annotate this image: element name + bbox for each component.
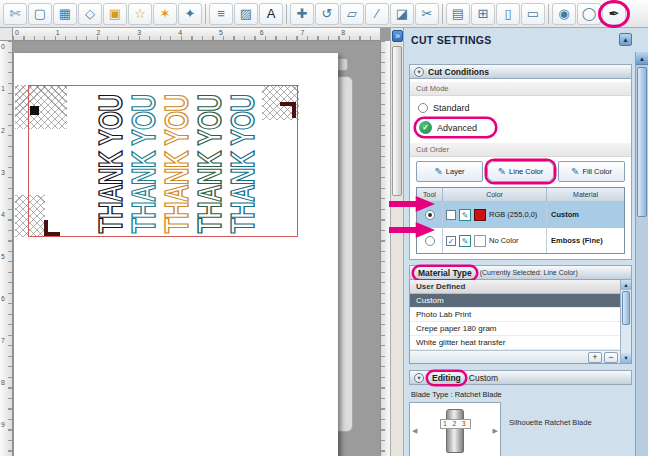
material-item-selected[interactable]: Custom <box>410 294 620 308</box>
scrollbar-thumb[interactable] <box>622 291 630 325</box>
standard-radio[interactable] <box>418 103 428 113</box>
carousel-left-icon[interactable]: ◀ <box>412 427 417 435</box>
ruler-number: 1 <box>0 83 12 125</box>
ruler-number: 4 <box>176 28 217 40</box>
scissors-tool-icon[interactable]: ✂ <box>415 3 439 25</box>
advanced-option[interactable]: ✓ Advanced <box>416 119 495 136</box>
cut-checkbox[interactable]: ✓ <box>446 236 456 246</box>
design-page[interactable]: THANK YOU THANK YOU THANK YOU THANK YOU … <box>14 53 338 456</box>
material-list-footer: + − <box>410 350 620 363</box>
wand-tool-icon[interactable]: ✦ <box>178 3 202 25</box>
phone-sync-icon[interactable]: ▯ <box>496 3 520 25</box>
panel-header: CUT SETTINGS ▲ <box>409 28 632 48</box>
ruler-number: 4 <box>0 209 12 251</box>
thank-you-text: THANK YOU <box>192 95 226 234</box>
pixscan-panel-icon[interactable]: ⊞ <box>471 3 495 25</box>
eraser-tool-icon[interactable]: ◪ <box>390 3 414 25</box>
scroll-up-icon[interactable]: ▲ <box>636 52 648 65</box>
cut-checkbox[interactable] <box>446 210 456 220</box>
text-tool-icon[interactable]: A <box>259 3 283 25</box>
scroll-down-icon[interactable]: ▼ <box>621 353 631 363</box>
advanced-label: Advanced <box>437 123 477 133</box>
rectangle-tool-icon[interactable]: ▢ <box>28 3 52 25</box>
cut-conditions-body: Cut Mode Standard ✓ Advanced Cut Order ✎… <box>409 79 632 260</box>
transform-tool-icon[interactable]: ▱ <box>340 3 364 25</box>
offset-panel-icon[interactable]: ◯ <box>577 3 601 25</box>
line-style-icon[interactable]: ≡ <box>209 3 233 25</box>
material-type-suffix: (Currently Selected: Line Color) <box>480 269 578 276</box>
color-swatch <box>474 235 486 247</box>
ruler-number: 6 <box>258 28 299 40</box>
main-area: 0 1 2 3 4 5 6 7 8 0 1 2 3 4 5 6 7 8 9 <box>0 28 648 456</box>
fill-pattern-icon[interactable]: ▨ <box>234 3 258 25</box>
notes-panel-icon[interactable]: ▤ <box>446 3 470 25</box>
color-label: No Color <box>489 236 519 245</box>
tablet-sync-icon[interactable]: ▭ <box>521 3 545 25</box>
starburst-tool-icon[interactable]: ✶ <box>153 3 177 25</box>
material-item-group[interactable]: User Defined <box>410 280 620 294</box>
cut-settings-icon[interactable]: ✒ <box>602 3 626 25</box>
panel-expand-button[interactable]: » <box>392 30 403 42</box>
material-type-header: Material Type (Currently Selected: Line … <box>409 265 632 280</box>
thank-you-column: THANK YOU <box>226 90 259 238</box>
polygon-tool-icon[interactable]: ◇ <box>78 3 102 25</box>
line-tool-icon[interactable]: ∕ <box>365 3 389 25</box>
advanced-radio-checked-icon[interactable]: ✓ <box>419 121 432 134</box>
line-color-tab[interactable]: ✎ Line Color <box>487 161 554 182</box>
editing-label: Editing <box>428 372 465 384</box>
material-list-scrollbar[interactable]: ▲ ▼ <box>620 280 631 363</box>
layer-tab[interactable]: ✎ Layer <box>416 161 483 182</box>
thank-you-text: THANK YOU <box>93 95 127 234</box>
cut-order-tabs: ✎ Layer ✎ Line Color ✎ Fill Color <box>416 161 625 182</box>
table-header: Tool Color Material <box>417 188 624 201</box>
stamp-tool-icon[interactable]: ▣ <box>103 3 127 25</box>
cut-order-table: Tool Color Material ✎ RGB (255,0,0) Cust… <box>416 187 625 254</box>
panel-collapse-button[interactable]: ▲ <box>619 33 632 46</box>
ruler-number: 7 <box>298 28 339 40</box>
star-tool-icon[interactable]: ☆ <box>128 3 152 25</box>
ruler-number: 5 <box>0 251 12 293</box>
scroll-up-icon[interactable]: ▲ <box>621 280 631 290</box>
cut-order-label: Cut Order <box>410 143 631 157</box>
collapse-section-icon[interactable]: ▼ <box>414 67 424 77</box>
remove-material-button[interactable]: − <box>604 352 618 363</box>
canvas-scrollbar[interactable]: » <box>390 28 404 456</box>
thank-you-design[interactable]: THANK YOU THANK YOU THANK YOU THANK YOU … <box>93 90 259 238</box>
add-material-button[interactable]: + <box>588 352 602 363</box>
toolbar-separator <box>442 4 443 24</box>
scrollbar-thumb[interactable] <box>392 46 402 196</box>
editing-header[interactable]: ▼ Editing Custom <box>409 370 632 385</box>
cut-conditions-header[interactable]: ▼ Cut Conditions <box>409 64 632 79</box>
canvas-area[interactable]: 0 1 2 3 4 5 6 7 8 0 1 2 3 4 5 6 7 8 9 <box>0 28 390 456</box>
thank-you-text: THANK YOU <box>225 95 259 234</box>
panel-scrollbar[interactable]: ▲ <box>635 52 648 456</box>
carousel-right-icon[interactable]: ▶ <box>493 427 498 435</box>
toolbar-separator <box>205 4 206 24</box>
grid-tool-icon[interactable]: ▦ <box>53 3 77 25</box>
tool-radio[interactable] <box>425 236 435 246</box>
blade-mini-icon: ✎ <box>459 209 471 221</box>
color-label: RGB (255,0,0) <box>489 210 537 219</box>
ruler-number: 1 <box>54 28 95 40</box>
horizontal-ruler: 0 1 2 3 4 5 6 7 8 <box>13 28 380 41</box>
ruler-number: 0 <box>13 28 54 40</box>
cut-conditions-label: Cut Conditions <box>428 67 489 77</box>
move-tool-icon[interactable]: ✚ <box>290 3 314 25</box>
material-value: Emboss (Fine) <box>547 228 624 253</box>
fill-color-tab[interactable]: ✎ Fill Color <box>558 161 625 182</box>
table-row[interactable]: ✓ ✎ No Color Emboss (Fine) <box>417 227 624 253</box>
tool-radio[interactable] <box>425 210 435 220</box>
material-item[interactable]: Crepe paper 180 gram <box>410 322 620 336</box>
material-item[interactable]: Photo Lab Print <box>410 308 620 322</box>
collapse-section-icon[interactable]: ▼ <box>414 373 424 383</box>
table-row[interactable]: ✎ RGB (255,0,0) Custom <box>417 201 624 227</box>
material-item[interactable]: White glitter heat transfer <box>410 336 620 350</box>
material-column-header: Material <box>547 188 624 201</box>
trace-panel-icon[interactable]: ◉ <box>552 3 576 25</box>
scrollbar-thumb[interactable] <box>637 67 647 217</box>
rotate-tool-icon[interactable]: ↺ <box>315 3 339 25</box>
standard-option[interactable]: Standard <box>416 100 625 116</box>
knife-tool-icon[interactable]: ✄ <box>3 3 27 25</box>
ruler-number: 0 <box>0 41 12 83</box>
material-value: Custom <box>547 202 624 227</box>
